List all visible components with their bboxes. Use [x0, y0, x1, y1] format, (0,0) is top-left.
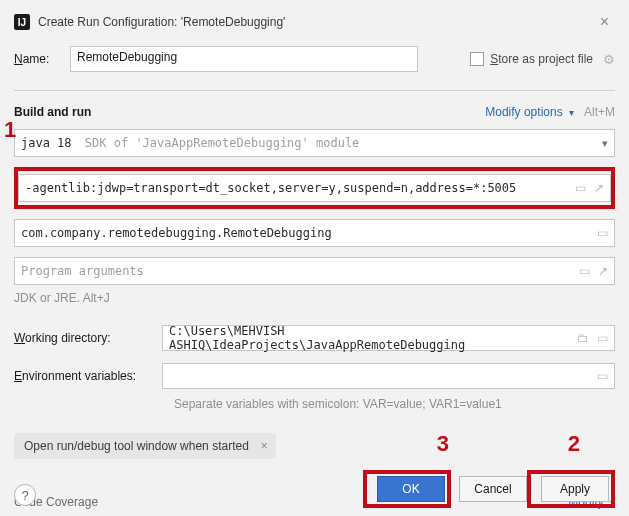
- store-as-project-checkbox[interactable]: [470, 52, 484, 66]
- jre-help-text: JDK or JRE. Alt+J: [14, 291, 615, 305]
- jre-dropdown[interactable]: java 18 SDK of 'JavaAppRemoteDebugging' …: [14, 129, 615, 157]
- env-vars-label: Environment variables:: [14, 369, 162, 383]
- pill-label: Open run/debug tool window when started: [24, 439, 249, 453]
- open-tool-window-pill[interactable]: Open run/debug tool window when started …: [14, 433, 276, 459]
- expand-icon[interactable]: ↗: [598, 264, 608, 278]
- modify-options-shortcut: Alt+M: [584, 105, 615, 119]
- history-icon[interactable]: ▭: [575, 181, 586, 195]
- env-vars-hint: Separate variables with semicolon: VAR=v…: [174, 397, 615, 411]
- callout-2: 2: [568, 431, 580, 457]
- build-and-run-title: Build and run: [14, 105, 91, 119]
- chevron-down-icon: ▾: [569, 107, 574, 118]
- program-args-placeholder: Program arguments: [21, 264, 579, 278]
- name-label: Name:: [14, 52, 70, 66]
- working-directory-label: Working directory:: [14, 331, 162, 345]
- highlight-ok: OK: [363, 470, 451, 508]
- vm-options-input[interactable]: -agentlib:jdwp=transport=dt_socket,serve…: [18, 174, 611, 202]
- chevron-down-icon: ▾: [602, 137, 608, 150]
- vm-options-value: -agentlib:jdwp=transport=dt_socket,serve…: [25, 181, 575, 195]
- history-icon[interactable]: ▭: [597, 226, 608, 240]
- cancel-button[interactable]: Cancel: [459, 476, 527, 502]
- jre-hint: SDK of 'JavaAppRemoteDebugging' module: [85, 136, 360, 150]
- highlight-vm-options: -agentlib:jdwp=transport=dt_socket,serve…: [14, 167, 615, 209]
- app-icon: IJ: [14, 14, 30, 30]
- pill-close-icon[interactable]: ×: [261, 439, 268, 453]
- working-directory-value: C:\Users\MEHVISH ASHIQ\IdeaProjects\Java…: [169, 324, 577, 352]
- history-icon[interactable]: ▭: [597, 331, 608, 345]
- gear-icon[interactable]: ⚙: [603, 52, 615, 67]
- history-icon[interactable]: ▭: [597, 369, 608, 383]
- expand-icon[interactable]: ↗: [594, 181, 604, 195]
- working-directory-input[interactable]: C:\Users\MEHVISH ASHIQ\IdeaProjects\Java…: [162, 325, 615, 351]
- main-class-input[interactable]: com.company.remotedebugging.RemoteDebugg…: [14, 219, 615, 247]
- modify-options-link[interactable]: Modify options ▾: [485, 105, 574, 119]
- help-button[interactable]: ?: [14, 484, 36, 506]
- dialog-title: Create Run Configuration: 'RemoteDebuggi…: [38, 15, 594, 29]
- history-icon[interactable]: ▭: [579, 264, 590, 278]
- env-vars-input[interactable]: ▭: [162, 363, 615, 389]
- program-args-input[interactable]: Program arguments ▭ ↗: [14, 257, 615, 285]
- folder-icon[interactable]: 🗀: [577, 331, 589, 345]
- jre-value: java 18: [21, 136, 72, 150]
- callout-3: 3: [437, 431, 449, 457]
- close-icon[interactable]: ×: [594, 11, 615, 33]
- callout-1: 1: [4, 117, 16, 143]
- divider: [14, 90, 615, 91]
- highlight-apply: Apply: [527, 470, 615, 508]
- name-input[interactable]: RemoteDebugging: [70, 46, 418, 72]
- ok-button[interactable]: OK: [377, 476, 445, 502]
- apply-button[interactable]: Apply: [541, 476, 609, 502]
- store-as-project-label: Store as project file: [490, 52, 593, 66]
- main-class-value: com.company.remotedebugging.RemoteDebugg…: [21, 226, 597, 240]
